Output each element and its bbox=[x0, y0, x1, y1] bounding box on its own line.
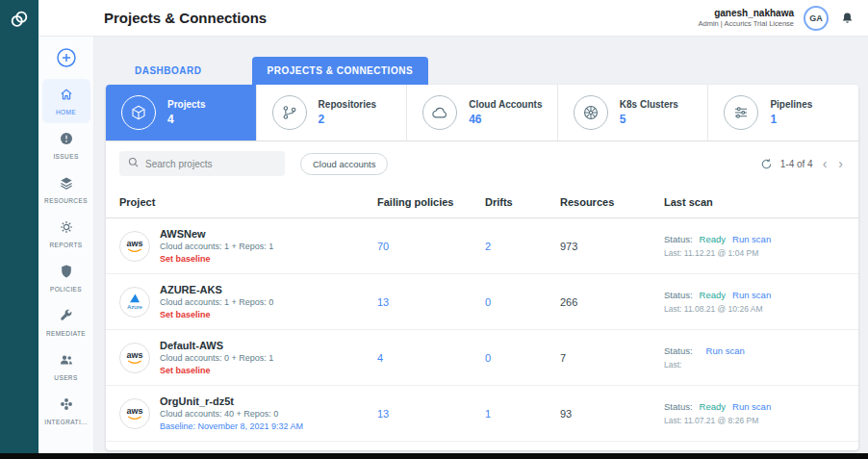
stat-label: K8s Clusters bbox=[620, 99, 678, 110]
drifts-value[interactable]: 2 bbox=[485, 241, 560, 252]
toolbar: Cloud accounts 1-4 of 4 ‹ › bbox=[106, 141, 858, 186]
search-input[interactable] bbox=[145, 159, 274, 169]
drifts-value[interactable]: 1 bbox=[485, 408, 560, 420]
column-project[interactable]: Project bbox=[119, 196, 377, 208]
failing-policies-value[interactable]: 4 bbox=[377, 352, 485, 364]
drifts-value[interactable]: 0 bbox=[485, 352, 560, 364]
sidebar-item-resources[interactable]: RESOURCES bbox=[42, 167, 90, 212]
set-baseline-link[interactable]: Set baseline bbox=[160, 366, 273, 375]
sidebar-item-home[interactable]: HOME bbox=[42, 79, 90, 123]
run-scan-link[interactable]: Run scan bbox=[732, 234, 771, 244]
sidebar-item-label: REMEDIATE bbox=[46, 330, 86, 337]
sidebar-item-policies[interactable]: POLICIES bbox=[42, 256, 90, 300]
drifts-value[interactable]: 0 bbox=[485, 296, 560, 308]
integrations-icon bbox=[59, 396, 74, 416]
set-baseline-link[interactable]: Set baseline bbox=[160, 254, 273, 264]
next-page-chevron-icon[interactable]: › bbox=[836, 157, 845, 170]
stat-card-k8s-clusters[interactable]: K8s Clusters 5 bbox=[558, 85, 709, 140]
user-avatar[interactable]: GA bbox=[804, 6, 829, 31]
stat-label: Cloud Accounts bbox=[469, 99, 542, 110]
stat-card-cloud-accounts[interactable]: Cloud Accounts 46 bbox=[407, 85, 558, 140]
tab-dashboard[interactable]: DASHBOARD bbox=[135, 65, 202, 85]
stat-card-projects[interactable]: Projects 4 bbox=[106, 85, 257, 140]
set-baseline-link[interactable]: Set baseline bbox=[160, 310, 273, 319]
aws-smile-icon bbox=[127, 360, 142, 365]
aws-smile-icon bbox=[127, 248, 142, 253]
brand-rail bbox=[0, 0, 38, 453]
tabs-bar: DASHBOARD PROJECTS & CONNECTIONS bbox=[106, 56, 858, 85]
add-project-button[interactable] bbox=[55, 46, 78, 69]
prev-page-chevron-icon[interactable]: ‹ bbox=[821, 157, 830, 170]
baseline-date-link[interactable]: Baseline: November 8, 2021 9:32 AM bbox=[160, 421, 303, 431]
tab-projects-connections[interactable]: PROJECTS & CONNECTIONS bbox=[252, 57, 429, 85]
azure-logo: Azure bbox=[119, 287, 150, 318]
aws-logo: aws bbox=[119, 398, 150, 429]
run-scan-link[interactable]: Run scan bbox=[706, 345, 745, 356]
stat-card-pipelines[interactable]: Pipelines 1 bbox=[708, 85, 858, 140]
last-scan-cell: Status: Ready Run scan Last: 11.08.21 @ … bbox=[664, 290, 845, 314]
failing-policies-value[interactable]: 13 bbox=[377, 408, 485, 420]
cloud-icon bbox=[422, 95, 457, 130]
page-title: Projects & Connections bbox=[104, 10, 267, 26]
pagination: 1-4 of 4 ‹ › bbox=[760, 157, 845, 170]
table-row[interactable]: Azure AZURE-AKS Cloud accounts: 1 + Repo… bbox=[106, 274, 858, 330]
failing-policies-value[interactable]: 70 bbox=[377, 241, 485, 252]
user-name: ganesh_nakhawa bbox=[699, 8, 795, 18]
sidebar-item-users[interactable]: USERS bbox=[42, 344, 90, 389]
last-scan-time: Last: 11.12.21 @ 1:04 PM bbox=[664, 248, 845, 258]
layers-icon bbox=[59, 175, 74, 194]
pagination-range: 1-4 of 4 bbox=[780, 159, 813, 169]
kubernetes-icon bbox=[574, 95, 608, 130]
project-details: Cloud accounts: 40 + Repos: 0 bbox=[160, 409, 303, 419]
sidebar-item-integrations[interactable]: INTEGRATI... bbox=[42, 389, 90, 433]
project-name[interactable]: Default-AWS bbox=[160, 340, 273, 351]
table-row[interactable]: aws Default-AWS Cloud accounts: 0 + Repo… bbox=[106, 330, 858, 386]
table-row[interactable]: aws OrgUnit_r-dz5t Cloud accounts: 40 + … bbox=[106, 386, 858, 442]
project-name[interactable]: AWSNew bbox=[160, 228, 273, 240]
pipelines-icon bbox=[724, 95, 758, 130]
project-details: Cloud accounts: 1 + Repos: 0 bbox=[160, 297, 273, 307]
run-scan-link[interactable]: Run scan bbox=[732, 401, 771, 412]
project-cell: Azure AZURE-AKS Cloud accounts: 1 + Repo… bbox=[119, 284, 377, 319]
column-resources[interactable]: Resources bbox=[560, 196, 664, 208]
sidebar-item-remediate[interactable]: REMEDIATE bbox=[42, 300, 90, 344]
last-scan-cell: Status: Run scan Last: bbox=[664, 345, 845, 370]
column-last-scan[interactable]: Last scan bbox=[664, 196, 845, 208]
table-header: Project Failing policies Drifts Resource… bbox=[106, 186, 858, 218]
status-label: Status: bbox=[664, 401, 693, 412]
last-scan-time: Last: bbox=[664, 360, 845, 370]
cloud-accounts-filter-chip[interactable]: Cloud accounts bbox=[300, 153, 388, 175]
sidebar-item-reports[interactable]: REPORTS bbox=[42, 212, 90, 256]
stat-value: 5 bbox=[620, 113, 678, 126]
sidebar-item-issues[interactable]: ISSUES bbox=[42, 123, 90, 167]
column-drifts[interactable]: Drifts bbox=[485, 196, 560, 208]
refresh-icon[interactable] bbox=[760, 158, 773, 170]
table-row[interactable]: aws AWSNew Cloud accounts: 1 + Repos: 1 … bbox=[106, 218, 858, 274]
cube-icon bbox=[121, 95, 156, 130]
last-scan-cell: Status: Ready Run scan Last: 11.07.21 @ … bbox=[664, 401, 845, 425]
users-icon bbox=[59, 352, 74, 371]
project-cell: aws Default-AWS Cloud accounts: 0 + Repo… bbox=[119, 340, 377, 375]
status-badge: Ready bbox=[700, 290, 726, 300]
stat-value: 46 bbox=[469, 113, 542, 126]
project-details: Cloud accounts: 0 + Repos: 1 bbox=[160, 353, 273, 363]
projects-panel: Projects 4 Repositories 2 bbox=[106, 85, 858, 450]
accurics-logo-icon[interactable] bbox=[9, 9, 30, 453]
run-scan-link[interactable]: Run scan bbox=[732, 290, 771, 300]
project-name[interactable]: AZURE-AKS bbox=[160, 284, 273, 295]
stat-value: 2 bbox=[319, 113, 377, 126]
failing-policies-value[interactable]: 13 bbox=[377, 296, 485, 308]
stat-card-repositories[interactable]: Repositories 2 bbox=[257, 85, 408, 140]
search-box[interactable] bbox=[119, 151, 285, 176]
shield-icon bbox=[59, 264, 74, 283]
column-failing-policies[interactable]: Failing policies bbox=[377, 196, 485, 208]
resources-value: 266 bbox=[560, 296, 664, 308]
aws-logo: aws bbox=[119, 343, 150, 373]
notifications-bell-icon[interactable] bbox=[840, 11, 855, 26]
wrench-icon bbox=[59, 308, 74, 327]
status-badge: Ready bbox=[700, 234, 726, 244]
body-row: HOME ISSUES RESOURCES bbox=[38, 37, 868, 453]
stat-label: Pipelines bbox=[770, 99, 812, 110]
project-name[interactable]: OrgUnit_r-dz5t bbox=[160, 395, 303, 407]
last-scan-time: Last: 11.08.21 @ 10:26 AM bbox=[664, 304, 845, 314]
